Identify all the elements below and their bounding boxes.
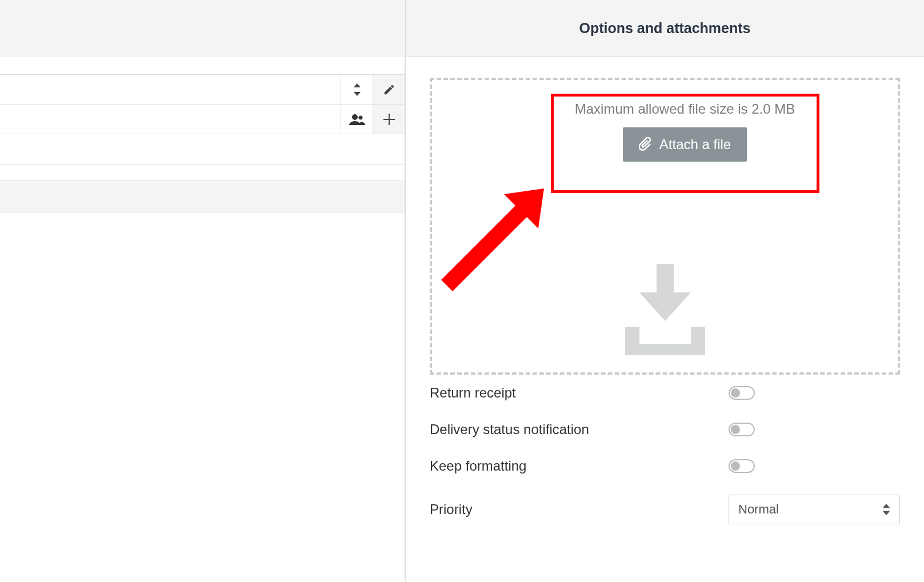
delivery-status-row: Delivery status notification <box>430 411 900 448</box>
options-title: Options and attachments <box>579 20 750 37</box>
delivery-status-toggle[interactable] <box>729 423 755 436</box>
paperclip-icon <box>639 137 653 152</box>
compose-fields-area <box>0 57 405 582</box>
annotation-arrow <box>441 177 555 291</box>
drop-download-icon <box>614 264 717 355</box>
priority-label: Priority <box>430 501 729 517</box>
svg-point-1 <box>358 115 362 119</box>
compose-left-pane <box>0 0 406 582</box>
pencil-icon <box>383 83 395 96</box>
to-input[interactable] <box>0 105 341 134</box>
keep-formatting-row: Keep formatting <box>430 448 900 484</box>
from-input[interactable] <box>0 75 341 104</box>
priority-row: Priority Normal <box>430 484 900 535</box>
attach-file-label: Attach a file <box>659 137 731 152</box>
sort-icon <box>353 83 362 96</box>
plus-icon <box>383 114 395 125</box>
attachment-dropzone[interactable]: Maximum allowed file size is 2.0 MB Atta… <box>430 78 900 375</box>
max-filesize-text: Maximum allowed file size is 2.0 MB <box>575 101 795 117</box>
people-icon <box>349 114 365 125</box>
priority-select[interactable]: Normal <box>729 495 900 524</box>
attach-highlight-box: Maximum allowed file size is 2.0 MB Atta… <box>551 94 819 193</box>
from-sort-button[interactable] <box>341 75 373 104</box>
options-header: Options and attachments <box>406 0 924 57</box>
to-field-row <box>0 104 405 134</box>
from-field-row <box>0 74 405 105</box>
editor-toolbar-placeholder <box>0 180 405 212</box>
return-receipt-row: Return receipt <box>430 375 900 411</box>
keep-formatting-toggle[interactable] <box>729 459 755 473</box>
keep-formatting-label: Keep formatting <box>430 458 729 474</box>
attach-file-button[interactable]: Attach a file <box>623 127 747 162</box>
options-pane: Options and attachments Maximum allowed … <box>406 0 924 582</box>
edit-identities-button[interactable] <box>373 75 405 104</box>
return-receipt-toggle[interactable] <box>729 386 755 400</box>
priority-value: Normal <box>738 502 779 517</box>
select-sort-icon <box>882 504 890 515</box>
return-receipt-label: Return receipt <box>430 385 729 401</box>
add-contact-button[interactable] <box>341 105 373 134</box>
subject-field[interactable] <box>0 134 405 164</box>
svg-point-0 <box>352 114 358 120</box>
delivery-status-label: Delivery status notification <box>430 422 729 437</box>
add-recipient-button[interactable] <box>373 105 405 134</box>
